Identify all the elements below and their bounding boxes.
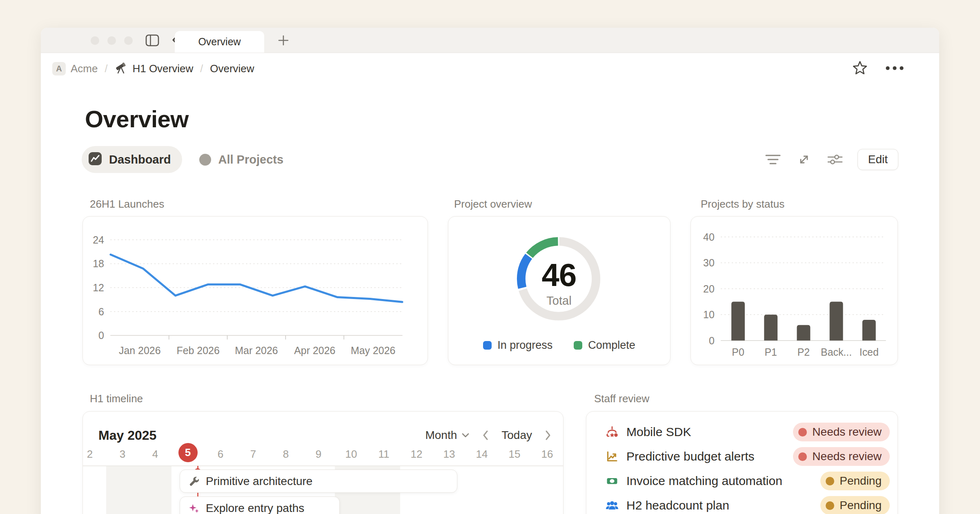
page-title: Overview [85, 105, 189, 133]
sparkles-icon [188, 503, 200, 514]
edit-button[interactable]: Edit [858, 149, 898, 170]
svg-text:Jan 2026: Jan 2026 [119, 345, 161, 356]
view-bar: Dashboard All Projects Edit [82, 145, 898, 174]
timeline-task-bar[interactable]: Explore entry paths [180, 496, 340, 514]
timeline-controls: Month Today [425, 429, 552, 442]
breadcrumb-actions [852, 60, 904, 78]
timeline-prev-icon[interactable] [482, 430, 489, 441]
status-badge[interactable]: Pending [820, 472, 890, 490]
status-label: Pending [840, 499, 882, 512]
tune-settings-icon[interactable] [826, 151, 844, 168]
filter-icon[interactable] [764, 151, 782, 168]
svg-text:0: 0 [98, 330, 104, 341]
status-badge[interactable]: Needs review [793, 447, 890, 466]
expand-icon[interactable] [795, 151, 813, 168]
timeline-day[interactable]: 9 [302, 447, 335, 461]
new-tab-icon[interactable] [275, 34, 292, 47]
staff-review-row[interactable]: Mobile SDKNeeds review [605, 420, 890, 444]
svg-text:Back...: Back... [821, 346, 852, 358]
timeline-day[interactable]: 15 [498, 447, 531, 461]
dashboard-tab-label: Dashboard [109, 153, 171, 166]
timeline-next-icon[interactable] [544, 430, 552, 441]
sidebar-toggle-icon[interactable] [145, 34, 159, 47]
svg-text:Apr 2026: Apr 2026 [294, 345, 335, 356]
timeline-day[interactable]: 13 [433, 447, 466, 461]
timeline-day[interactable]: 8 [270, 447, 302, 461]
breadcrumb-item-h1-overview[interactable]: H1 Overview [114, 61, 193, 77]
timeline-divider [83, 465, 563, 466]
status-badge[interactable]: Needs review [793, 423, 890, 441]
card-title-project-overview: Project overview [454, 198, 532, 210]
timeline-view-label: Month [425, 429, 457, 442]
window-minimize-button[interactable] [107, 36, 116, 45]
staff-review-row[interactable]: Predictive budget alertsNeeds review [605, 444, 890, 469]
staff-item-title: Invoice matching automation [626, 474, 782, 488]
staff-item-title: Mobile SDK [626, 425, 691, 439]
tab-dashboard[interactable]: Dashboard [82, 146, 182, 173]
tab-bar: Overview [41, 28, 939, 53]
project-overview-donut-card: 46 Total In progress Complete [448, 216, 670, 365]
donut-total-value: 46 [510, 257, 608, 294]
timeline-month-title: May 2025 [98, 428, 156, 443]
breadcrumb-item-acme[interactable]: A Acme [52, 62, 98, 75]
status-label: Needs review [812, 450, 882, 463]
status-label: Pending [840, 474, 882, 487]
more-options-icon[interactable] [885, 65, 904, 72]
timeline-day[interactable]: 11 [368, 447, 400, 461]
view-bar-actions: Edit [764, 149, 898, 170]
legend-item-complete: Complete [574, 339, 635, 352]
breadcrumb-parent-label: H1 Overview [132, 62, 193, 75]
timeline-day[interactable]: 7 [237, 447, 270, 461]
tab-label: Overview [198, 36, 241, 48]
task-title: Explore entry paths [206, 502, 304, 514]
svg-text:Mar 2026: Mar 2026 [235, 345, 278, 356]
timeline-day[interactable]: 3 [106, 447, 139, 461]
svg-text:P0: P0 [732, 346, 744, 358]
status-dot-icon [798, 428, 807, 436]
status-dot-icon [826, 501, 834, 510]
status-dot-icon [826, 477, 834, 485]
staff-item-title: Predictive budget alerts [626, 450, 755, 463]
breadcrumb-separator: / [199, 63, 204, 75]
timeline-view-dropdown[interactable]: Month [425, 429, 470, 442]
svg-text:Iced: Iced [860, 346, 879, 358]
tab-all-projects[interactable]: All Projects [199, 153, 283, 166]
task-title: Primitive architecture [206, 475, 312, 488]
breadcrumb-workspace-label: Acme [71, 62, 98, 75]
svg-text:0: 0 [709, 335, 715, 346]
timeline-day[interactable]: 2 [82, 447, 106, 461]
breadcrumb-separator: / [104, 63, 108, 75]
breadcrumb-current-label[interactable]: Overview [210, 62, 254, 75]
staff-item-title: H2 headcount plan [626, 498, 729, 512]
staff-review-row[interactable]: H2 headcount planPending [605, 493, 890, 514]
timeline-day[interactable]: 14 [466, 447, 498, 461]
donut-total-label: Total [510, 294, 608, 308]
window-close-button[interactable] [91, 36, 99, 45]
projects-by-status-bar-chart: 403020100P0P1P2Back...Iced [691, 217, 898, 365]
timeline-day-selected[interactable]: 5 [178, 443, 198, 462]
tab-overview[interactable]: Overview [175, 31, 264, 53]
timeline-day[interactable]: 10 [335, 447, 368, 461]
timeline-day[interactable]: 6 [204, 447, 237, 461]
people-icon [605, 498, 619, 512]
staff-review-row[interactable]: Invoice matching automationPending [605, 469, 890, 493]
timeline-day[interactable]: 12 [400, 447, 433, 461]
h1-timeline-card: May 2025 Month Today 2345678910111213141… [82, 411, 564, 514]
card-title-launches: 26H1 Launches [90, 198, 164, 210]
svg-text:12: 12 [93, 282, 104, 293]
favorite-star-icon[interactable] [852, 60, 868, 78]
dashboard-chart-icon [88, 151, 102, 168]
timeline-today-button[interactable]: Today [501, 429, 532, 442]
weekend-shading [106, 466, 172, 514]
status-label: Needs review [812, 425, 882, 439]
legend-label-complete: Complete [588, 339, 635, 352]
svg-text:30: 30 [703, 257, 715, 268]
chart-increasing-icon [605, 450, 619, 463]
status-badge[interactable]: Pending [820, 496, 890, 514]
status-dot-icon [798, 452, 807, 461]
timeline-day[interactable]: 4 [139, 447, 172, 461]
legend-label-in-progress: In progress [497, 339, 552, 352]
window-zoom-button[interactable] [124, 36, 133, 45]
timeline-task-bar[interactable]: Primitive architecture [180, 470, 457, 493]
timeline-day[interactable]: 16 [531, 447, 564, 461]
